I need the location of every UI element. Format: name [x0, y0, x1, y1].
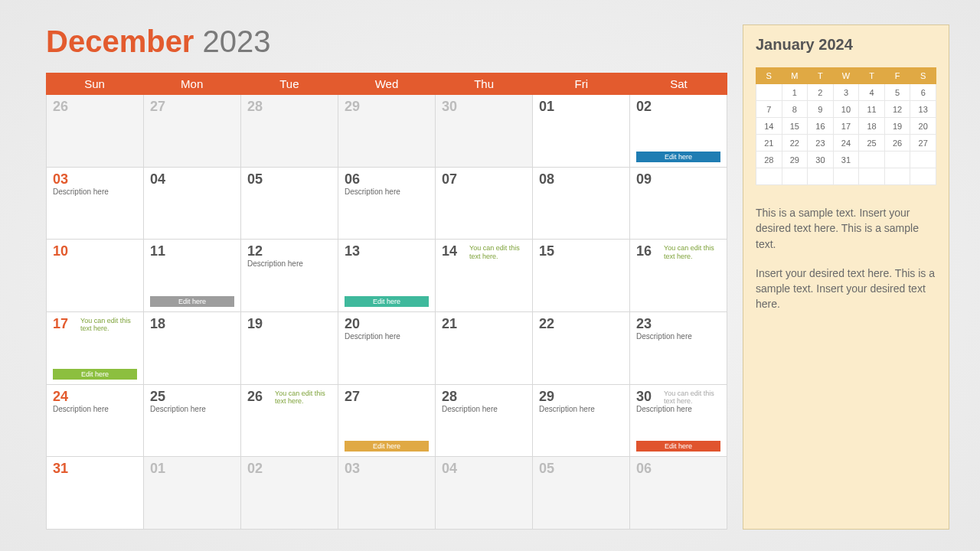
calendar-cell[interactable]: 01: [144, 457, 241, 530]
mini-day-cell[interactable]: 11: [859, 101, 885, 118]
mini-day-cell[interactable]: 3: [833, 84, 859, 101]
day-note[interactable]: You can edit this text here.: [664, 390, 722, 406]
event-bar[interactable]: Edit here: [150, 296, 234, 307]
mini-day-cell[interactable]: 9: [808, 101, 834, 118]
mini-day-cell[interactable]: 5: [884, 84, 910, 101]
mini-day-cell[interactable]: 28: [756, 152, 782, 168]
calendar-cell[interactable]: 10: [47, 240, 144, 312]
calendar-cell[interactable]: 22: [533, 312, 630, 385]
mini-day-cell[interactable]: 25: [859, 135, 885, 152]
calendar-cell[interactable]: 03Description here: [47, 168, 144, 240]
day-number: 28: [247, 99, 332, 113]
calendar-cell[interactable]: 30: [436, 95, 533, 168]
calendar-cell[interactable]: 02Edit here: [630, 95, 727, 168]
mini-day-cell[interactable]: 8: [782, 101, 808, 118]
mini-day-header: S: [756, 68, 782, 84]
mini-day-cell[interactable]: 1: [782, 84, 808, 101]
calendar-cell[interactable]: 28Description here: [436, 385, 533, 458]
calendar-cell[interactable]: 17You can edit this text here.Edit here: [47, 312, 144, 385]
mini-day-cell[interactable]: 27: [910, 135, 936, 152]
calendar-cell[interactable]: 07: [436, 168, 533, 240]
calendar-cell[interactable]: 06Description here: [338, 168, 436, 240]
day-number: 21: [442, 317, 526, 331]
day-header-tue: Tue: [240, 73, 338, 95]
event-bar[interactable]: Edit here: [636, 441, 720, 452]
mini-day-header: S: [910, 68, 936, 84]
calendar-cell[interactable]: 23Description here: [630, 312, 727, 385]
mini-day-cell[interactable]: 22: [782, 135, 808, 152]
calendar-cell[interactable]: 04: [436, 457, 533, 530]
calendar-cell[interactable]: 05: [241, 168, 338, 240]
day-note[interactable]: You can edit this text here.: [275, 390, 333, 406]
calendar-cell[interactable]: 11Edit here: [144, 240, 241, 312]
mini-day-cell[interactable]: 17: [833, 118, 859, 135]
calendar-cell[interactable]: 12Description here: [241, 240, 338, 312]
event-bar[interactable]: Edit here: [53, 369, 137, 380]
mini-day-cell: [910, 168, 936, 185]
sidebar-text: This is a sample text. Insert your desir…: [756, 205, 936, 312]
calendar-cell[interactable]: 08: [533, 168, 630, 240]
event-bar[interactable]: Edit here: [636, 152, 720, 162]
calendar-cell[interactable]: 29Description here: [533, 385, 630, 458]
mini-day-cell[interactable]: 16: [808, 118, 834, 135]
mini-day-cell[interactable]: 24: [833, 135, 859, 152]
mini-day-cell[interactable]: 14: [756, 118, 782, 135]
mini-day-cell[interactable]: 30: [808, 152, 834, 168]
main-calendar: December 2023 SunMonTueWedThuFriSat 2627…: [46, 24, 727, 530]
calendar-cell[interactable]: 04: [144, 168, 241, 240]
calendar-cell[interactable]: 13Edit here: [338, 240, 436, 312]
calendar-cell[interactable]: 14You can edit this text here.: [436, 240, 533, 312]
calendar-cell[interactable]: 15: [533, 240, 630, 312]
calendar-cell[interactable]: 27Edit here: [338, 385, 436, 458]
mini-day-cell[interactable]: 7: [756, 101, 782, 118]
calendar-cell[interactable]: 25Description here: [144, 385, 241, 458]
mini-day-cell[interactable]: 19: [884, 118, 910, 135]
mini-day-cell[interactable]: 2: [808, 84, 834, 101]
mini-day-cell[interactable]: 4: [859, 84, 885, 101]
mini-day-cell[interactable]: 12: [884, 101, 910, 118]
mini-day-cell[interactable]: 15: [782, 118, 808, 135]
mini-day-cell[interactable]: 20: [910, 118, 936, 135]
calendar-cell[interactable]: 06: [630, 457, 727, 530]
calendar-cell[interactable]: 27: [144, 95, 241, 168]
calendar-cell[interactable]: 20Description here: [338, 312, 436, 385]
calendar-cell[interactable]: 02: [241, 457, 338, 530]
mini-day-cell[interactable]: 13: [910, 101, 936, 118]
calendar-cell[interactable]: 19: [241, 312, 338, 385]
calendar-cell[interactable]: 09: [630, 168, 727, 240]
day-note[interactable]: You can edit this text here.: [664, 244, 722, 260]
calendar-cell[interactable]: 31: [47, 457, 144, 530]
calendar-cell[interactable]: 26You can edit this text here.: [241, 385, 338, 458]
calendar-cell[interactable]: 18: [144, 312, 241, 385]
calendar-cell[interactable]: 24Description here: [47, 385, 144, 458]
day-note[interactable]: You can edit this text here.: [80, 317, 139, 333]
mini-day-cell[interactable]: 21: [756, 135, 782, 152]
calendar-cell[interactable]: 26: [47, 95, 144, 168]
calendar-cell[interactable]: 03: [338, 457, 436, 530]
day-header-fri: Fri: [533, 73, 630, 95]
mini-day-cell: [859, 168, 885, 185]
calendar-cell[interactable]: 30Description hereYou can edit this text…: [630, 385, 727, 458]
event-bar[interactable]: Edit here: [345, 296, 429, 307]
mini-day-cell[interactable]: 18: [859, 118, 885, 135]
day-number: 12: [247, 244, 332, 258]
calendar-grid: 26272829300102Edit here03Description her…: [46, 95, 727, 530]
day-number: 15: [539, 244, 623, 258]
event-bar[interactable]: Edit here: [345, 441, 429, 452]
calendar-cell[interactable]: 01: [533, 95, 630, 168]
day-number: 24: [53, 390, 137, 403]
calendar-cell[interactable]: 29: [338, 95, 436, 168]
day-number: 04: [150, 172, 234, 186]
mini-day-cell[interactable]: 23: [808, 135, 834, 152]
calendar-cell[interactable]: 05: [533, 457, 630, 530]
calendar-cell[interactable]: 16You can edit this text here.: [630, 240, 727, 312]
mini-day-cell[interactable]: 10: [833, 101, 859, 118]
mini-day-cell[interactable]: 26: [884, 135, 910, 152]
mini-day-cell[interactable]: 31: [833, 152, 859, 168]
day-note[interactable]: You can edit this text here.: [469, 244, 528, 260]
calendar-cell[interactable]: 21: [436, 312, 533, 385]
day-number: 30: [442, 99, 526, 113]
mini-day-cell[interactable]: 6: [910, 84, 936, 101]
mini-day-cell[interactable]: 29: [782, 152, 808, 168]
calendar-cell[interactable]: 28: [241, 95, 338, 168]
